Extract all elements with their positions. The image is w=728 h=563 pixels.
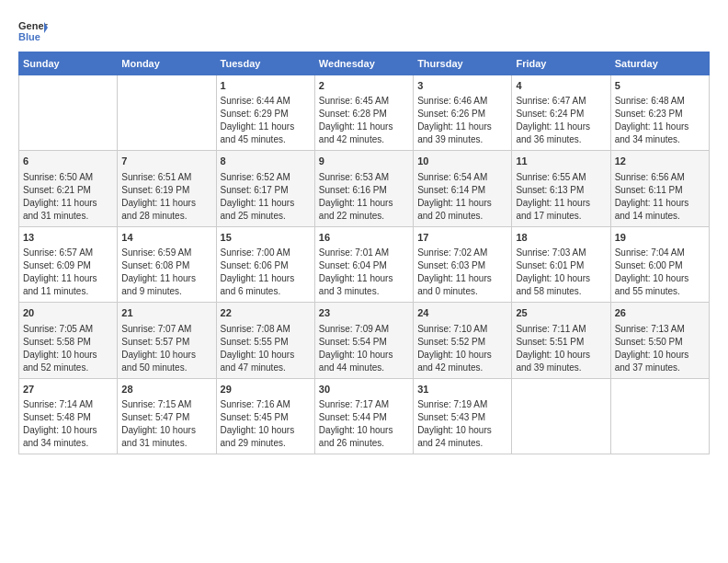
day-info: Daylight: 11 hours and 39 minutes. (417, 121, 507, 146)
calendar-cell: 8Sunrise: 6:52 AMSunset: 6:17 PMDaylight… (216, 151, 314, 226)
day-info: Daylight: 11 hours and 9 minutes. (121, 272, 211, 298)
day-info: Daylight: 10 hours and 39 minutes. (516, 349, 606, 374)
calendar-cell (118, 75, 216, 151)
calendar-cell (512, 378, 610, 454)
calendar-cell: 11Sunrise: 6:55 AMSunset: 6:13 PMDayligh… (512, 151, 610, 226)
day-info: Sunrise: 6:55 AM (516, 171, 606, 184)
day-info: Sunset: 6:17 PM (221, 184, 311, 197)
day-info: Sunrise: 6:59 AM (121, 247, 211, 259)
day-info: Daylight: 10 hours and 55 minutes. (615, 272, 705, 298)
calendar-cell: 21Sunrise: 7:07 AMSunset: 5:57 PMDayligh… (118, 303, 216, 378)
day-info: Daylight: 10 hours and 26 minutes. (319, 424, 409, 450)
day-info: Daylight: 11 hours and 14 minutes. (615, 197, 705, 223)
day-info: Sunrise: 7:02 AM (417, 247, 507, 259)
calendar-cell: 26Sunrise: 7:13 AMSunset: 5:50 PMDayligh… (610, 303, 709, 378)
day-info: Sunset: 6:19 PM (121, 184, 211, 197)
day-info: Sunrise: 6:54 AM (417, 171, 507, 184)
day-info: Daylight: 11 hours and 22 minutes. (319, 197, 409, 223)
day-info: Daylight: 10 hours and 52 minutes. (23, 349, 113, 374)
day-number: 2 (319, 79, 409, 93)
day-info: Daylight: 10 hours and 44 minutes. (319, 349, 409, 374)
calendar-week-row: 1Sunrise: 6:44 AMSunset: 6:29 PMDaylight… (19, 75, 710, 151)
calendar-week-row: 20Sunrise: 7:05 AMSunset: 5:58 PMDayligh… (19, 303, 710, 378)
calendar-week-row: 27Sunrise: 7:14 AMSunset: 5:48 PMDayligh… (19, 378, 710, 454)
day-info: Sunrise: 6:51 AM (121, 171, 211, 184)
calendar-cell: 5Sunrise: 6:48 AMSunset: 6:23 PMDaylight… (610, 75, 709, 151)
day-info: Sunset: 5:58 PM (23, 336, 113, 349)
column-header-thursday: Thursday (414, 52, 512, 75)
day-info: Daylight: 11 hours and 42 minutes. (319, 121, 409, 146)
day-info: Sunset: 6:23 PM (615, 108, 705, 121)
day-info: Sunset: 6:04 PM (319, 259, 409, 272)
day-info: Sunset: 6:13 PM (516, 184, 606, 197)
day-number: 14 (121, 231, 211, 245)
day-info: Sunset: 5:48 PM (23, 411, 113, 424)
calendar-table: SundayMondayTuesdayWednesdayThursdayFrid… (18, 52, 710, 454)
day-number: 20 (23, 306, 113, 320)
calendar-cell: 16Sunrise: 7:01 AMSunset: 6:04 PMDayligh… (314, 226, 413, 302)
day-info: Sunset: 6:16 PM (319, 184, 409, 197)
day-info: Daylight: 11 hours and 36 minutes. (516, 121, 606, 146)
day-info: Daylight: 11 hours and 3 minutes. (319, 272, 409, 298)
day-info: Sunset: 5:44 PM (319, 411, 409, 424)
calendar-header-row: SundayMondayTuesdayWednesdayThursdayFrid… (19, 52, 710, 75)
day-info: Sunset: 6:29 PM (221, 108, 311, 121)
column-header-wednesday: Wednesday (314, 52, 413, 75)
page-header: General Blue (18, 18, 710, 44)
day-number: 22 (221, 306, 311, 320)
day-info: Daylight: 10 hours and 58 minutes. (516, 272, 606, 298)
day-number: 26 (615, 306, 705, 320)
day-info: Sunset: 6:14 PM (417, 184, 507, 197)
day-info: Sunset: 6:24 PM (516, 108, 606, 121)
day-info: Daylight: 10 hours and 37 minutes. (615, 349, 705, 374)
day-info: Sunset: 6:08 PM (121, 259, 211, 272)
day-info: Sunset: 5:54 PM (319, 336, 409, 349)
day-info: Sunrise: 6:45 AM (319, 95, 409, 108)
day-number: 11 (516, 155, 606, 168)
day-number: 9 (319, 155, 409, 168)
calendar-cell: 20Sunrise: 7:05 AMSunset: 5:58 PMDayligh… (19, 303, 118, 378)
logo: General Blue (18, 18, 48, 44)
day-info: Sunrise: 7:16 AM (221, 398, 311, 411)
day-info: Sunrise: 7:08 AM (221, 323, 311, 336)
day-info: Sunrise: 7:00 AM (221, 247, 311, 259)
day-number: 7 (121, 155, 211, 168)
day-info: Sunset: 6:06 PM (221, 259, 311, 272)
day-number: 10 (417, 155, 507, 168)
day-info: Sunset: 6:28 PM (319, 108, 409, 121)
svg-text:Blue: Blue (18, 31, 40, 42)
day-number: 8 (221, 155, 311, 168)
day-number: 13 (23, 231, 113, 245)
calendar-cell: 25Sunrise: 7:11 AMSunset: 5:51 PMDayligh… (512, 303, 610, 378)
day-info: Sunrise: 7:03 AM (516, 247, 606, 259)
day-number: 6 (23, 155, 113, 168)
calendar-cell: 24Sunrise: 7:10 AMSunset: 5:52 PMDayligh… (414, 303, 512, 378)
day-info: Sunrise: 6:53 AM (319, 171, 409, 184)
day-info: Daylight: 10 hours and 42 minutes. (417, 349, 507, 374)
day-number: 21 (121, 306, 211, 320)
day-number: 27 (23, 383, 113, 396)
day-info: Sunrise: 6:44 AM (221, 95, 311, 108)
calendar-cell: 9Sunrise: 6:53 AMSunset: 6:16 PMDaylight… (314, 151, 413, 226)
day-info: Sunset: 5:43 PM (417, 411, 507, 424)
day-info: Daylight: 11 hours and 45 minutes. (221, 121, 311, 146)
day-number: 29 (221, 383, 311, 396)
calendar-cell: 6Sunrise: 6:50 AMSunset: 6:21 PMDaylight… (19, 151, 118, 226)
day-info: Sunrise: 7:07 AM (121, 323, 211, 336)
day-number: 16 (319, 231, 409, 245)
calendar-cell: 3Sunrise: 6:46 AMSunset: 6:26 PMDaylight… (414, 75, 512, 151)
column-header-sunday: Sunday (19, 52, 118, 75)
day-info: Sunset: 6:21 PM (23, 184, 113, 197)
day-info: Sunset: 5:51 PM (516, 336, 606, 349)
day-info: Sunset: 6:01 PM (516, 259, 606, 272)
day-info: Sunrise: 7:17 AM (319, 398, 409, 411)
calendar-cell: 29Sunrise: 7:16 AMSunset: 5:45 PMDayligh… (216, 378, 314, 454)
calendar-cell: 14Sunrise: 6:59 AMSunset: 6:08 PMDayligh… (118, 226, 216, 302)
calendar-cell: 13Sunrise: 6:57 AMSunset: 6:09 PMDayligh… (19, 226, 118, 302)
calendar-cell: 4Sunrise: 6:47 AMSunset: 6:24 PMDaylight… (512, 75, 610, 151)
calendar-cell: 10Sunrise: 6:54 AMSunset: 6:14 PMDayligh… (414, 151, 512, 226)
day-number: 28 (121, 383, 211, 396)
column-header-saturday: Saturday (610, 52, 709, 75)
calendar-cell: 19Sunrise: 7:04 AMSunset: 6:00 PMDayligh… (610, 226, 709, 302)
calendar-cell: 1Sunrise: 6:44 AMSunset: 6:29 PMDaylight… (216, 75, 314, 151)
